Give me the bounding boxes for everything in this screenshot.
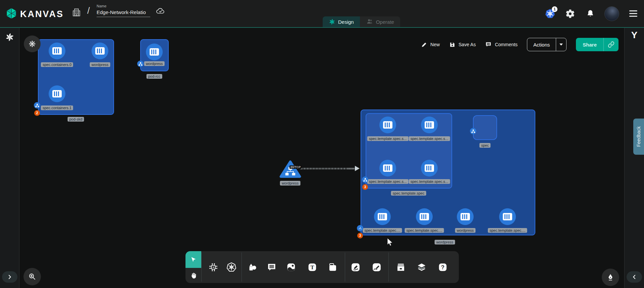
node-label: wordpress bbox=[280, 181, 301, 186]
layers-tool-button[interactable] bbox=[414, 260, 429, 275]
group-label: pod-rcc bbox=[147, 74, 162, 79]
image-icon bbox=[286, 262, 296, 272]
container-node[interactable] bbox=[421, 160, 438, 176]
layers-icon bbox=[417, 262, 427, 272]
help-tool-button[interactable]: ? bbox=[435, 260, 450, 275]
container-node[interactable] bbox=[499, 208, 516, 225]
container-node[interactable] bbox=[92, 43, 108, 59]
source-badge-icon bbox=[357, 225, 363, 231]
pencil-icon bbox=[421, 42, 427, 48]
container-node[interactable] bbox=[379, 160, 396, 176]
canvas-widgets-button[interactable] bbox=[24, 35, 41, 52]
text-tool-button[interactable]: T bbox=[305, 260, 320, 275]
feedback-tab[interactable]: Feedback bbox=[633, 119, 644, 155]
save-as-label: Save As bbox=[459, 42, 476, 47]
select-tool-button[interactable] bbox=[185, 251, 201, 268]
draw-edge-tool-button[interactable] bbox=[348, 260, 363, 275]
actions-button[interactable]: Actions bbox=[527, 38, 556, 51]
error-count-badge[interactable]: 2 bbox=[34, 110, 40, 116]
group-spec-template-spec[interactable] bbox=[366, 113, 452, 189]
group-label: wordpress bbox=[435, 240, 455, 244]
user-avatar[interactable] bbox=[604, 6, 619, 21]
container-node[interactable] bbox=[146, 44, 163, 60]
comment-icon bbox=[485, 41, 492, 48]
tab-operate[interactable]: Operate bbox=[360, 16, 400, 27]
container-icon bbox=[461, 213, 470, 220]
copy-link-button[interactable] bbox=[604, 38, 619, 51]
hamburger-menu-icon[interactable] bbox=[627, 8, 639, 20]
hand-icon bbox=[190, 272, 198, 280]
container-node[interactable] bbox=[379, 117, 396, 133]
drawer-icon bbox=[396, 262, 406, 272]
container-icon bbox=[420, 213, 429, 220]
ink-pen-button[interactable] bbox=[602, 269, 619, 286]
edge-service-to-deployment[interactable] bbox=[300, 168, 356, 169]
node-label: wordpress bbox=[455, 228, 476, 233]
pan-tool-button[interactable] bbox=[185, 268, 201, 283]
group-label: spec.template.spec bbox=[391, 191, 426, 196]
shapes-tool-button[interactable] bbox=[245, 260, 260, 275]
design-name-input[interactable] bbox=[97, 9, 150, 17]
organization-icon[interactable] bbox=[72, 7, 81, 19]
share-button[interactable]: Share bbox=[576, 38, 604, 51]
save-as-button[interactable]: Save As bbox=[449, 42, 476, 48]
node-label: spec.containers.0 bbox=[41, 62, 73, 67]
container-node[interactable] bbox=[374, 208, 391, 225]
design-canvas[interactable]: spec.containers.0 wordpress spec.contain… bbox=[19, 28, 625, 288]
error-count-badge[interactable]: 3 bbox=[362, 184, 368, 190]
container-node[interactable] bbox=[421, 117, 438, 133]
tab-design[interactable]: Design bbox=[323, 16, 360, 27]
saved-cloud-icon[interactable] bbox=[156, 7, 166, 16]
node-spec[interactable] bbox=[473, 115, 497, 140]
mode-tabs: Design Operate bbox=[323, 16, 400, 27]
comment-tool-button[interactable] bbox=[264, 260, 279, 275]
node-label: spec.template.spec.... bbox=[363, 228, 402, 233]
node-label: spec.template.spec.s... bbox=[367, 179, 409, 184]
pointer-icon bbox=[190, 256, 197, 263]
archive-tool-button[interactable] bbox=[393, 260, 408, 275]
settings-gear-icon[interactable] bbox=[564, 8, 576, 20]
note-tool-button[interactable] bbox=[325, 260, 340, 275]
expand-left-panel-button[interactable] bbox=[2, 271, 17, 283]
meshery-spiral-icon[interactable] bbox=[5, 32, 14, 43]
components-tool-button[interactable] bbox=[206, 260, 221, 275]
error-count-badge[interactable]: 3 bbox=[357, 233, 363, 238]
container-icon bbox=[95, 47, 105, 55]
kanvas-logo[interactable]: KANVAS bbox=[5, 7, 64, 21]
freehand-pencil-icon bbox=[372, 262, 382, 272]
shapes-icon bbox=[248, 262, 258, 272]
breadcrumb-slash: / bbox=[87, 5, 90, 16]
tab-operate-label: Operate bbox=[376, 19, 394, 25]
comments-button[interactable]: Comments bbox=[485, 41, 518, 48]
container-node[interactable] bbox=[457, 208, 474, 225]
freehand-draw-tool-button[interactable] bbox=[369, 260, 384, 275]
link-icon bbox=[608, 41, 614, 48]
notifications-bell-icon[interactable] bbox=[584, 8, 596, 20]
node-label: spec bbox=[479, 143, 490, 148]
container-node[interactable] bbox=[416, 208, 433, 225]
feedback-label: Feedback bbox=[636, 126, 641, 147]
logo-wordmark: KANVAS bbox=[20, 9, 64, 19]
node-label: spec.template.spec.... bbox=[405, 228, 444, 233]
chip-icon bbox=[208, 262, 218, 272]
kubernetes-tool-button[interactable] bbox=[224, 260, 239, 275]
node-label: wordpress bbox=[90, 62, 110, 67]
service-node-wordpress[interactable] bbox=[279, 160, 301, 178]
zoom-search-button[interactable] bbox=[23, 268, 41, 285]
kanvas-hexagon-icon bbox=[5, 7, 17, 21]
yaml-toggle-icon[interactable]: Y bbox=[631, 30, 638, 41]
design-spiral-icon bbox=[329, 18, 335, 25]
new-button[interactable]: New bbox=[421, 42, 440, 48]
header-right-icons: 1 bbox=[544, 0, 639, 27]
magnifier-plus-icon bbox=[28, 273, 36, 281]
edge-port-label: 80/TCP bbox=[289, 165, 302, 169]
actions-dropdown-button[interactable] bbox=[556, 38, 566, 51]
kubernetes-context-icon[interactable]: 1 bbox=[544, 8, 556, 20]
collapse-right-panel-button[interactable] bbox=[627, 271, 642, 283]
container-node[interactable] bbox=[49, 43, 65, 59]
container-node[interactable] bbox=[49, 85, 65, 102]
image-tool-button[interactable] bbox=[284, 260, 299, 275]
operate-people-icon bbox=[366, 18, 373, 25]
text-icon: T bbox=[307, 262, 317, 272]
container-icon bbox=[425, 121, 434, 129]
